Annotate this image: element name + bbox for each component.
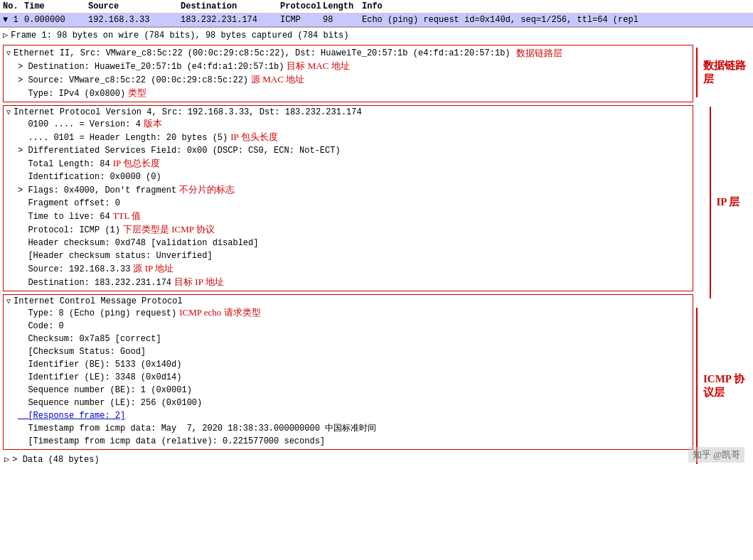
expand-icmp-icon[interactable]: ▽: [6, 297, 11, 306]
icmp-section: ▽ Internet Control Message Protocol Type…: [3, 294, 693, 450]
icmp-line-1: Code: 0: [18, 320, 690, 333]
col-header-info: Info: [362, 1, 750, 11]
ethernet-section: ▽ Ethernet II, Src: VMware_c8:5c:22 (00:…: [3, 45, 693, 102]
ip-line-3: Total Length: 84 IP 包总长度: [18, 157, 690, 171]
ip-line-5: > Flags: 0x4000, Don't fragment 不分片的标志: [18, 183, 690, 197]
frame-line: ▷ Frame 1: 98 bytes on wire (784 bits), …: [0, 28, 753, 43]
packet-info: Echo (ping) request id=0x140d, seq=1/256…: [362, 15, 750, 25]
expand-ethernet-icon[interactable]: ▽: [6, 49, 11, 58]
ip-section-header[interactable]: ▽ Internet Protocol Version 4, Src: 192.…: [6, 107, 690, 117]
data-text: > Data (48 bytes): [12, 453, 99, 466]
packet-time: 0.000000: [24, 15, 88, 25]
packet-protocol: ICMP: [280, 15, 323, 25]
column-headers: No. Time Source Destination Protocol Len…: [0, 0, 753, 14]
watermark: 知乎 @凯哥: [688, 447, 744, 463]
data-link-layer-label: 数据链路层: [696, 48, 753, 97]
ethernet-title: Ethernet II, Src: VMware_c8:5c:22 (00:0c…: [14, 48, 511, 58]
col-header-no: No.: [3, 1, 24, 11]
ip-line-6: Fragment offset: 0: [18, 197, 690, 210]
sections-and-labels: ▽ Ethernet II, Src: VMware_c8:5c:22 (00:…: [0, 43, 753, 468]
ip-layer-label: IP 层: [710, 107, 740, 298]
icmp-line-6: Sequence number (BE): 1 (0x0001): [18, 384, 690, 397]
ip-content: 0100 .... = Version: 4 版本 .... 0101 = He…: [6, 117, 690, 289]
icmp-line-5: Identifier (LE): 3348 (0x0d14): [18, 371, 690, 384]
ethernet-content: > Destination: HuaweiTe_20:57:1b (e4:fd:…: [6, 60, 690, 100]
ip-line-12: Destination: 183.232.231.174 目标 IP 地址: [18, 276, 690, 289]
icmp-content: Type: 8 (Echo (ping) request) ICMP echo …: [6, 306, 690, 448]
icmp-line-4: Identifier (BE): 5133 (0x140d): [18, 358, 690, 371]
layer-labels-column: 数据链路层 IP 层 ICMP 协议层: [696, 43, 753, 468]
packet-destination: 183.232.231.174: [181, 15, 280, 25]
ip-line-10: [Header checksum status: Unverified]: [18, 249, 690, 262]
ip-line-7: Time to live: 64 TTL 值: [18, 210, 690, 223]
icmp-line-8[interactable]: [Response frame: 2]: [18, 409, 690, 422]
col-header-destination: Destination: [181, 1, 280, 11]
packet-row[interactable]: ▼ 1 0.000000 192.168.3.33 183.232.231.17…: [0, 14, 753, 27]
icmp-line-9: Timestamp from icmp data: May 7, 2020 18…: [18, 422, 690, 435]
ip-line-11: Source: 192.168.3.33 源 IP 地址: [18, 262, 690, 276]
sections-column: ▽ Ethernet II, Src: VMware_c8:5c:22 (00:…: [0, 43, 696, 468]
icmp-line-0: Type: 8 (Echo (ping) request) ICMP echo …: [18, 306, 690, 320]
ip-line-9: Header checksum: 0xd748 [validation disa…: [18, 237, 690, 249]
expand-data-icon[interactable]: ▷: [4, 453, 9, 466]
col-header-protocol: Protocol: [280, 1, 323, 11]
icmp-layer-label: ICMP 协议层: [696, 308, 753, 464]
expand-frame-icon[interactable]: ▷: [3, 29, 8, 42]
packet-source: 192.168.3.33: [88, 15, 181, 25]
icmp-line-7: Sequence number (LE): 256 (0x0100): [18, 397, 690, 409]
packet-no: ▼ 1: [3, 15, 24, 25]
ip-line-4: Identification: 0x0000 (0): [18, 171, 690, 183]
detail-panel: ▷ Frame 1: 98 bytes on wire (784 bits), …: [0, 27, 753, 468]
ip-line-2: > Differentiated Services Field: 0x00 (D…: [18, 144, 690, 157]
data-line: ▷ > Data (48 bytes): [0, 451, 696, 468]
ethernet-section-header[interactable]: ▽ Ethernet II, Src: VMware_c8:5c:22 (00:…: [6, 47, 690, 60]
arrow-down-icon: ▼: [3, 15, 8, 25]
col-header-source: Source: [88, 1, 181, 11]
col-header-time: Time: [24, 1, 88, 11]
expand-ip-icon[interactable]: ▽: [6, 108, 11, 117]
ethernet-line-2: Type: IPv4 (0x0800) 类型: [18, 87, 690, 100]
icmp-line-10: [Timestamp from icmp data (relative): 0.…: [18, 435, 690, 448]
ethernet-side-label: 数据链路层: [516, 47, 562, 60]
ethernet-line-1: > Source: VMware_c8:5c:22 (00:0c:29:c8:5…: [18, 73, 690, 87]
frame-text: Frame 1: 98 bytes on wire (784 bits), 98…: [11, 29, 348, 42]
ethernet-line-0: > Destination: HuaweiTe_20:57:1b (e4:fd:…: [18, 60, 690, 73]
icmp-section-header[interactable]: ▽ Internet Control Message Protocol: [6, 296, 690, 306]
ip-line-0: 0100 .... = Version: 4 版本: [18, 117, 690, 131]
wireshark-window: No. Time Source Destination Protocol Len…: [0, 0, 753, 468]
packet-length: 98: [323, 15, 362, 25]
ip-line-1: .... 0101 = Header Length: 20 bytes (5) …: [18, 131, 690, 144]
ip-section: ▽ Internet Protocol Version 4, Src: 192.…: [3, 105, 693, 291]
icmp-line-3: [Checksum Status: Good]: [18, 345, 690, 358]
col-header-length: Length: [323, 1, 362, 11]
icmp-title: Internet Control Message Protocol: [14, 296, 183, 306]
ip-title: Internet Protocol Version 4, Src: 192.16…: [14, 107, 362, 117]
icmp-line-2: Checksum: 0x7a85 [correct]: [18, 333, 690, 345]
ip-line-8: Protocol: ICMP (1) 下层类型是 ICMP 协议: [18, 223, 690, 237]
